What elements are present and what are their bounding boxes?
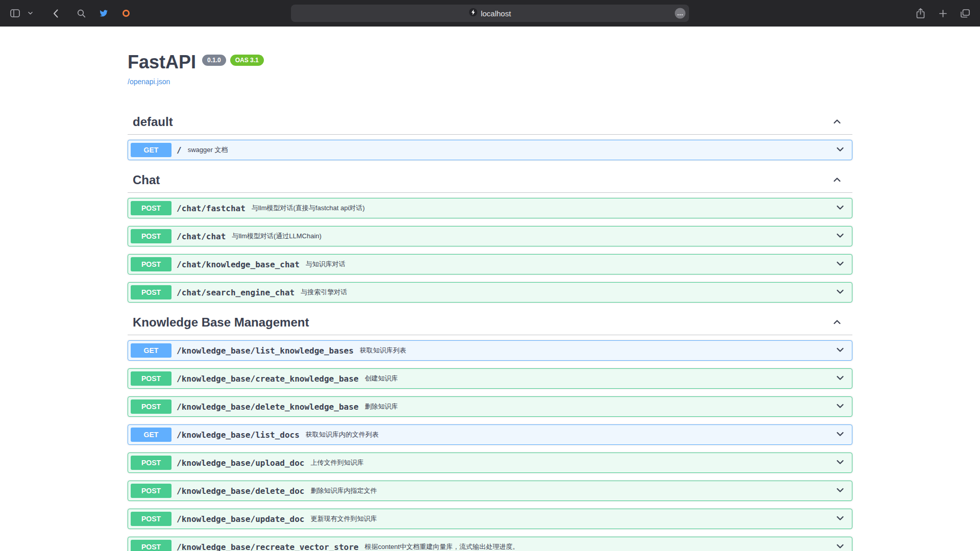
section-header[interactable]: Knowledge Base Management (128, 310, 852, 335)
back-icon (53, 9, 58, 18)
page-menu-button[interactable] (675, 8, 685, 19)
endpoint-row[interactable]: POST/knowledge_base/create_knowledge_bas… (128, 368, 852, 389)
endpoint-path: / (177, 145, 182, 155)
api-section: Knowledge Base ManagementGET/knowledge_b… (128, 310, 852, 551)
tab-overview-button[interactable] (959, 5, 972, 22)
collapse-section-button[interactable] (832, 317, 842, 329)
url-text: localhost (481, 9, 511, 18)
chevron-down-icon (835, 429, 845, 441)
endpoint-summary: POST/knowledge_base/recreate_vector_stor… (128, 537, 852, 551)
endpoint-path: /knowledge_base/list_docs (177, 430, 300, 440)
endpoint-path: /chat/fastchat (177, 204, 246, 213)
expand-endpoint-button[interactable] (835, 485, 845, 497)
endpoint-row[interactable]: GET/swagger 文档 (128, 140, 852, 160)
endpoint-summary: POST/knowledge_base/create_knowledge_bas… (128, 369, 852, 388)
expand-endpoint-button[interactable] (835, 513, 845, 525)
endpoint-path: /knowledge_base/delete_knowledge_base (177, 402, 358, 412)
orange-extension-button[interactable] (119, 5, 133, 22)
version-badge: 0.1.0 (202, 55, 226, 66)
section-header[interactable]: Chat (128, 168, 852, 193)
expand-endpoint-button[interactable] (835, 429, 845, 441)
method-badge: POST (131, 456, 172, 470)
endpoint-row[interactable]: POST/knowledge_base/recreate_vector_stor… (128, 537, 852, 551)
chevron-up-icon (832, 174, 842, 186)
endpoint-description: 与搜索引擎对话 (301, 288, 835, 297)
endpoint-row[interactable]: POST/knowledge_base/update_doc更新现有文件到知识库 (128, 509, 852, 529)
endpoint-description: swagger 文档 (188, 145, 835, 155)
endpoint-summary: POST/chat/fastchat与llm模型对话(直接与fastchat a… (128, 198, 852, 218)
method-badge: POST (131, 484, 172, 498)
collapse-section-button[interactable] (832, 174, 842, 186)
search-icon (77, 9, 86, 18)
expand-endpoint-button[interactable] (835, 373, 845, 385)
endpoint-path: /knowledge_base/update_doc (177, 514, 304, 524)
back-button[interactable] (49, 5, 62, 22)
endpoint-row[interactable]: POST/chat/search_engine_chat与搜索引擎对话 (128, 282, 852, 303)
endpoint-row[interactable]: POST/knowledge_base/delete_doc删除知识库内指定文件 (128, 481, 852, 501)
method-badge: POST (131, 371, 172, 386)
chevron-down-icon (835, 541, 845, 551)
endpoint-summary: GET/swagger 文档 (128, 140, 852, 160)
section-endpoints: GET/swagger 文档 (128, 135, 852, 160)
expand-endpoint-button[interactable] (835, 401, 845, 413)
method-badge: POST (131, 201, 172, 215)
collapse-section-button[interactable] (832, 116, 842, 128)
new-tab-button[interactable] (936, 5, 949, 22)
sidebar-menu-button[interactable] (23, 5, 37, 22)
endpoint-path: /knowledge_base/upload_doc (177, 458, 304, 468)
chevron-down-icon (835, 401, 845, 413)
api-title-row: FastAPI 0.1.0 OAS 3.1 (128, 51, 852, 73)
endpoint-row[interactable]: GET/knowledge_base/list_docs获取知识库内的文件列表 (128, 424, 852, 445)
orange-extension-icon (122, 9, 130, 17)
expand-endpoint-button[interactable] (835, 144, 845, 156)
endpoint-path: /chat/search_engine_chat (177, 288, 295, 297)
endpoint-row[interactable]: POST/knowledge_base/upload_doc上传文件到知识库 (128, 453, 852, 473)
expand-endpoint-button[interactable] (835, 457, 845, 469)
expand-endpoint-button[interactable] (835, 231, 845, 242)
api-section: ChatPOST/chat/fastchat与llm模型对话(直接与fastch… (128, 168, 852, 303)
page-title: FastAPI (128, 51, 196, 73)
expand-endpoint-button[interactable] (835, 345, 845, 357)
blue-extension-button[interactable] (97, 5, 110, 22)
section-header[interactable]: default (128, 110, 852, 135)
method-badge: POST (131, 285, 172, 299)
expand-endpoint-button[interactable] (835, 203, 845, 214)
chevron-down-icon (835, 345, 845, 357)
endpoint-summary: POST/chat/knowledge_base_chat与知识库对话 (128, 255, 852, 274)
endpoint-row[interactable]: POST/chat/fastchat与llm模型对话(直接与fastchat a… (128, 198, 852, 218)
expand-endpoint-button[interactable] (835, 287, 845, 298)
endpoint-description: 与知识库对话 (306, 260, 835, 269)
blue-extension-icon (100, 10, 108, 17)
endpoint-description: 删除知识库 (364, 402, 835, 411)
address-bar[interactable]: localhost (291, 5, 689, 22)
expand-endpoint-button[interactable] (835, 259, 845, 270)
api-sections: defaultGET/swagger 文档ChatPOST/chat/fastc… (128, 110, 852, 551)
sidebar-toggle-button[interactable] (8, 5, 21, 22)
api-section: defaultGET/swagger 文档 (128, 110, 852, 160)
api-info: FastAPI 0.1.0 OAS 3.1 /openapi.json (128, 27, 852, 86)
endpoint-description: 与llm模型对话(通过LLMChain) (232, 232, 835, 241)
chevron-down-icon (835, 457, 845, 469)
chevron-up-icon (832, 116, 842, 128)
search-button[interactable] (75, 5, 88, 22)
endpoint-summary: POST/chat/search_engine_chat与搜索引擎对话 (128, 283, 852, 302)
sidebar-toggle-icon (10, 9, 20, 17)
openapi-link[interactable]: /openapi.json (128, 78, 170, 86)
endpoint-row[interactable]: POST/knowledge_base/delete_knowledge_bas… (128, 396, 852, 417)
chevron-down-icon (835, 231, 845, 242)
endpoint-description: 与llm模型对话(直接与fastchat api对话) (252, 204, 835, 213)
share-button[interactable] (914, 5, 927, 22)
endpoint-row[interactable]: POST/chat/knowledge_base_chat与知识库对话 (128, 254, 852, 274)
endpoint-path: /chat/knowledge_base_chat (177, 260, 300, 269)
chevron-up-icon (832, 317, 842, 329)
endpoint-summary: POST/knowledge_base/upload_doc上传文件到知识库 (128, 453, 852, 472)
expand-endpoint-button[interactable] (835, 541, 845, 551)
endpoint-path: /knowledge_base/list_knowledge_bases (177, 346, 354, 356)
endpoint-row[interactable]: GET/knowledge_base/list_knowledge_bases获… (128, 340, 852, 361)
endpoint-description: 删除知识库内指定文件 (310, 486, 835, 495)
endpoint-path: /knowledge_base/create_knowledge_base (177, 374, 358, 384)
browser-toolbar: localhost (0, 0, 980, 27)
endpoint-path: /knowledge_base/delete_doc (177, 486, 304, 496)
endpoint-row[interactable]: POST/chat/chat与llm模型对话(通过LLMChain) (128, 226, 852, 246)
section-endpoints: GET/knowledge_base/list_knowledge_bases获… (128, 335, 852, 551)
